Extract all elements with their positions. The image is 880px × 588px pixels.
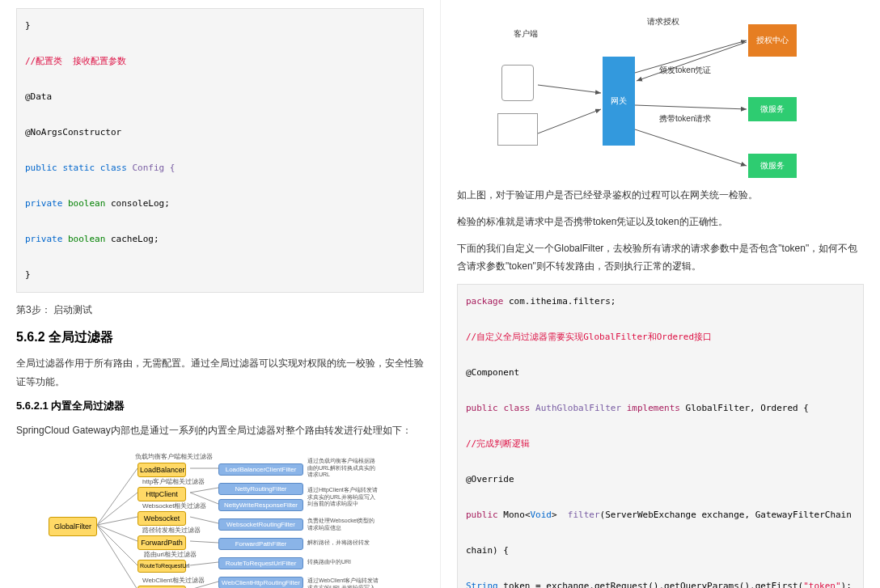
microservice-box: 微服务 bbox=[748, 97, 797, 121]
phone-icon bbox=[501, 65, 534, 101]
svg-line-14 bbox=[538, 85, 601, 93]
svg-line-15 bbox=[538, 109, 601, 133]
step-text: 第3步： 启动测试 bbox=[16, 301, 424, 319]
gateway-box: 网关 bbox=[603, 57, 635, 146]
svg-line-5 bbox=[97, 525, 138, 588]
auth-center-box: 授权中心 bbox=[748, 24, 797, 57]
microservice-box: 微服务 bbox=[748, 154, 797, 178]
desktop-icon bbox=[497, 113, 538, 146]
para-global-filter: 全局过滤器作用于所有路由，无需配置。通过全局过滤器可以实现对权限的统一校验，安全… bbox=[16, 354, 424, 391]
svg-line-18 bbox=[635, 105, 747, 109]
node-globalfilter: GlobalFilter bbox=[49, 517, 97, 536]
svg-line-7 bbox=[190, 488, 218, 493]
svg-line-0 bbox=[97, 468, 138, 525]
auth-flow-diagram: 客户端 网关 授权中心 微服务 微服务 请求授权 颁发token凭证 携带tok… bbox=[457, 8, 864, 178]
heading-562: 5.6.2 全局过滤器 bbox=[16, 329, 424, 346]
svg-line-11 bbox=[190, 562, 218, 565]
svg-line-3 bbox=[97, 525, 138, 541]
para-builtin-filter: SpringCloud Gateway内部也是通过一系列的内置全局过滤器对整个路… bbox=[16, 421, 424, 440]
svg-line-2 bbox=[97, 517, 138, 525]
para-r3: 下面的我们自定义一个GlobalFilter，去校验所有请求的请求参数中是否包含… bbox=[457, 239, 864, 277]
svg-line-19 bbox=[635, 129, 747, 166]
svg-line-4 bbox=[97, 525, 138, 565]
svg-line-10 bbox=[190, 541, 218, 543]
code-block-1: } //配置类 接收配置参数 @Data @NoArgsConstructor … bbox=[16, 8, 424, 293]
svg-line-9 bbox=[190, 517, 218, 523]
code-block-2: package com.itheima.filters; //自定义全局过滤器需… bbox=[457, 284, 864, 588]
left-column: } //配置类 接收配置参数 @Data @NoArgsConstructor … bbox=[0, 0, 440, 588]
right-column: 客户端 网关 授权中心 微服务 微服务 请求授权 颁发token凭证 携带tok… bbox=[440, 0, 880, 588]
para-r1: 如上图，对于验证用户是否已经登录鉴权的过程可以在网关统一检验。 bbox=[457, 186, 864, 205]
para-r2: 检验的标准就是请求中是否携带token凭证以及token的正确性。 bbox=[457, 213, 864, 231]
filter-tree-diagram: GlobalFilter 负载均衡客户端相关过滤器 LoadBalancer h… bbox=[16, 448, 424, 588]
heading-5621: 5.6.2.1 内置全局过滤器 bbox=[16, 399, 424, 413]
svg-line-1 bbox=[97, 493, 138, 525]
